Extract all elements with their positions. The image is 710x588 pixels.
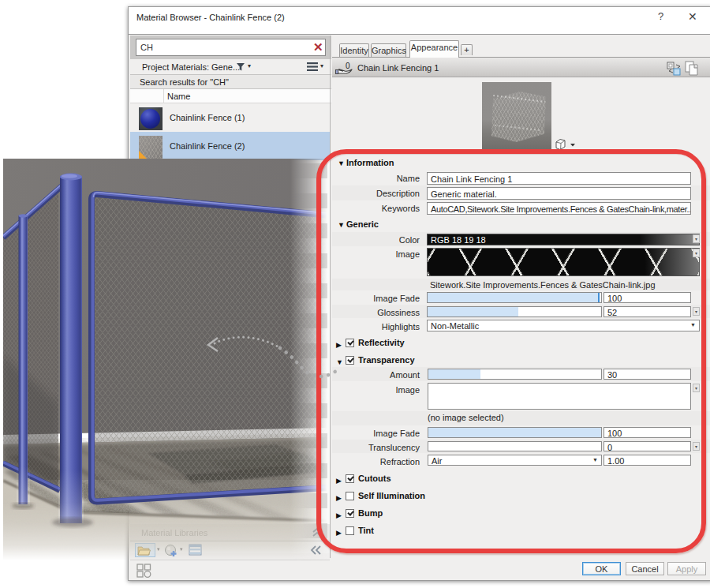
svg-text:0: 0 bbox=[346, 62, 350, 70]
